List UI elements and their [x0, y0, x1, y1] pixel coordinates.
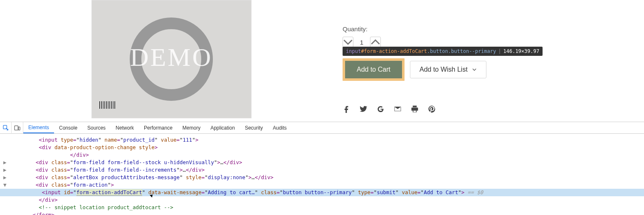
- inspect-element-tooltip: input#form-action-addToCart.button.butto…: [343, 47, 543, 56]
- add-to-cart-button[interactable]: Add to Cart: [345, 61, 402, 78]
- devtools-panel: Elements Console Sources Network Perform…: [0, 122, 644, 215]
- tab-sources[interactable]: Sources: [82, 122, 111, 133]
- tab-memory[interactable]: Memory: [178, 122, 205, 133]
- dom-line[interactable]: </div>: [0, 151, 644, 159]
- devtools-toolbar: Elements Console Sources Network Perform…: [0, 122, 644, 134]
- facebook-icon[interactable]: [343, 105, 350, 113]
- dom-line[interactable]: </form>: [0, 211, 644, 215]
- elements-dom-tree[interactable]: <input type="hidden" name="product_id" v…: [0, 134, 644, 215]
- email-icon[interactable]: [394, 105, 402, 113]
- device-toolbar-button[interactable]: [12, 122, 23, 134]
- tooltip-id: #form-action-addToCart: [361, 48, 427, 54]
- dom-line[interactable]: ▶ <div class="form-field form-field--sto…: [0, 159, 644, 166]
- tab-performance[interactable]: Performance: [139, 122, 178, 133]
- dom-line[interactable]: <div data-product-option-change style>: [0, 144, 644, 151]
- product-info-panel: Quantity: input#form-action-addToCart.bu…: [343, 0, 644, 122]
- quantity-decrease-button[interactable]: [343, 37, 353, 48]
- tab-elements[interactable]: Elements: [23, 122, 54, 133]
- twitter-icon[interactable]: [360, 105, 368, 113]
- tab-audits[interactable]: Audits: [268, 122, 291, 133]
- chevron-down-icon: [472, 67, 477, 72]
- social-share-row: [343, 105, 436, 113]
- svg-rect-2: [18, 127, 20, 130]
- google-icon[interactable]: [377, 105, 385, 113]
- devtools-tabs: Elements Console Sources Network Perform…: [23, 122, 292, 133]
- print-icon[interactable]: [411, 105, 419, 113]
- tab-security[interactable]: Security: [240, 122, 268, 133]
- dom-line[interactable]: <input id="form-action-addToCart" data-w…: [0, 189, 644, 196]
- quantity-input[interactable]: [353, 37, 370, 48]
- dom-line[interactable]: ▶ <div class="form-field form-field--inc…: [0, 166, 644, 174]
- quantity-label: Quantity:: [343, 25, 632, 32]
- tooltip-tag: input: [346, 48, 361, 54]
- tab-application[interactable]: Application: [205, 122, 240, 133]
- barcode-graphic: [99, 101, 115, 109]
- inspect-highlight-overlay: Add to Cart: [343, 58, 405, 81]
- svg-rect-1: [15, 126, 18, 130]
- product-image: DEMO: [91, 0, 252, 118]
- chevron-down-icon: [343, 37, 353, 47]
- dom-line[interactable]: <!-- snippet location product_addtocart …: [0, 204, 644, 211]
- dom-line[interactable]: ▼ <div class="form-action">: [0, 181, 644, 189]
- add-to-wishlist-button[interactable]: Add to Wish List: [410, 61, 486, 78]
- inspect-element-button[interactable]: [0, 122, 12, 134]
- tooltip-classes: .button.button--primary: [427, 48, 496, 54]
- tooltip-dimensions: 146.19×39.97: [503, 48, 539, 54]
- tooltip-separator: |: [498, 48, 501, 54]
- chevron-up-icon: [370, 37, 380, 47]
- tab-network[interactable]: Network: [111, 122, 139, 133]
- quantity-increase-button[interactable]: [370, 37, 381, 48]
- product-image-area: DEMO: [0, 0, 343, 122]
- dom-line[interactable]: ▶ <div class="alertBox productAttributes…: [0, 174, 644, 181]
- dom-line[interactable]: <input type="hidden" name="product_id" v…: [0, 136, 644, 144]
- dom-line[interactable]: </div>: [0, 196, 644, 204]
- pinterest-icon[interactable]: [428, 105, 436, 113]
- demo-watermark: DEMO: [130, 42, 213, 72]
- tab-console[interactable]: Console: [54, 122, 82, 133]
- wishlist-label: Add to Wish List: [419, 66, 468, 73]
